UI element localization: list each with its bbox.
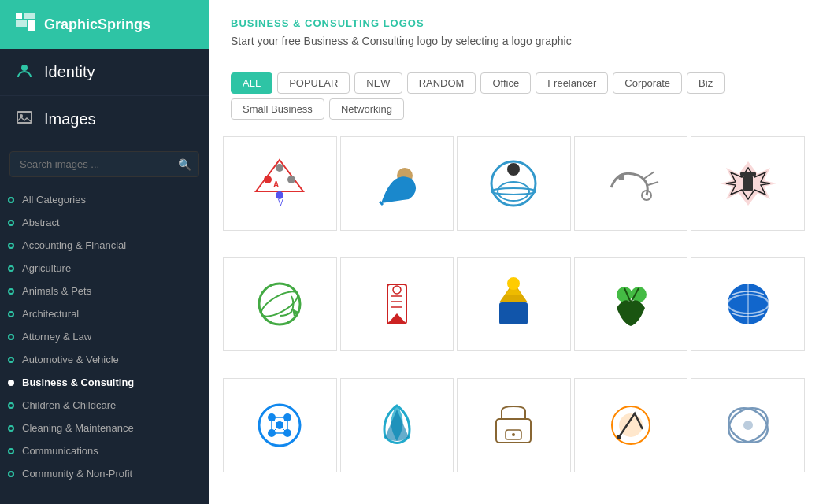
svg-point-60 [743, 421, 753, 430]
svg-rect-3 [28, 20, 35, 32]
svg-text:A: A [273, 180, 279, 189]
svg-point-54 [512, 433, 515, 436]
cat-label: Cleaning & Maintenance [22, 422, 134, 434]
cat-label: Architectural [22, 308, 79, 320]
svg-point-4 [21, 65, 28, 71]
identity-icon [16, 61, 33, 83]
svg-rect-21 [743, 176, 753, 191]
logo-cell-14[interactable] [691, 378, 805, 472]
category-item-architectural[interactable]: Architectural [0, 302, 209, 325]
logo-cell-7[interactable] [457, 257, 571, 351]
svg-point-27 [393, 286, 401, 294]
filter-btn-networking[interactable]: Networking [329, 98, 404, 120]
cat-dot [8, 471, 14, 477]
sidebar-identity-label: Identity [44, 63, 94, 81]
filter-btn-small-business[interactable]: Small Business [231, 98, 324, 120]
category-item-animals-pets[interactable]: Animals & Pets [0, 280, 209, 302]
logo-grid: A V [209, 128, 819, 504]
cat-label: Children & Childcare [22, 399, 116, 411]
logo-cell-2[interactable] [457, 136, 571, 231]
svg-point-9 [287, 176, 295, 183]
logo-cell-5[interactable] [223, 257, 337, 351]
category-item-attorney-law[interactable]: Attorney & Law [0, 325, 209, 348]
filter-btn-all[interactable]: ALL [231, 72, 272, 94]
category-item-automotive-vehicle[interactable]: Automotive & Vehicle [0, 348, 209, 371]
sidebar-item-identity[interactable]: Identity [0, 49, 209, 96]
main-header: BUSINESS & CONSULTING LOGOS Start your f… [209, 0, 819, 61]
logo-cell-11[interactable] [340, 378, 454, 472]
svg-rect-32 [499, 302, 528, 324]
cat-label: Attorney & Law [22, 331, 91, 343]
logo-cell-4[interactable] [691, 136, 805, 231]
cat-dot [8, 402, 14, 409]
logo-cell-13[interactable] [574, 378, 688, 472]
svg-point-16 [507, 163, 520, 176]
category-item-community-non-profit[interactable]: Community & Non-Profit [0, 462, 209, 485]
logo-cell-9[interactable] [691, 257, 805, 351]
cat-dot [8, 265, 14, 272]
logo-cell-10[interactable] [223, 378, 337, 472]
category-item-children-childcare[interactable]: Children & Childcare [0, 394, 209, 417]
sidebar-images-label: Images [44, 110, 96, 128]
categories-list: All CategoriesAbstractAccounting & Finan… [0, 185, 209, 504]
main-subtitle: Start your free Business & Consulting lo… [231, 34, 797, 50]
logo-icon [14, 11, 36, 38]
category-item-business-consulting[interactable]: Business & Consulting [0, 371, 209, 394]
cat-label: Agriculture [22, 262, 71, 274]
logo-cell-0[interactable]: A V [223, 136, 337, 231]
cat-dot [8, 197, 14, 203]
cat-label: Business & Consulting [22, 376, 134, 388]
cat-dot [8, 311, 14, 317]
svg-point-57 [617, 435, 621, 439]
category-item-cleaning-maintenance[interactable]: Cleaning & Maintenance [0, 417, 209, 439]
cat-label: Accounting & Financial [22, 239, 126, 251]
svg-marker-31 [387, 313, 406, 324]
filter-btn-popular[interactable]: POPULAR [277, 72, 350, 94]
filter-btn-office[interactable]: Office [480, 72, 531, 94]
cat-dot [8, 357, 14, 363]
filter-btn-random[interactable]: RANDOM [407, 72, 476, 94]
cat-dot [8, 243, 14, 249]
cat-dot [8, 220, 14, 226]
logo-cell-12[interactable] [457, 378, 571, 472]
logo-text: GraphicSprings [44, 17, 150, 33]
filter-btn-corporate[interactable]: Corporate [613, 72, 682, 94]
filter-bar: ALLPOPULARNEWRANDOMOfficeFreelancerCorpo… [209, 61, 819, 128]
category-item-all-categories[interactable]: All Categories [0, 188, 209, 211]
filter-btn-biz[interactable]: Biz [687, 72, 724, 94]
category-item-abstract[interactable]: Abstract [0, 211, 209, 234]
sidebar-nav: Identity Images [0, 49, 209, 143]
search-icon: 🔍 [178, 158, 191, 171]
svg-rect-0 [16, 13, 22, 19]
category-item-communications[interactable]: Communications [0, 439, 209, 462]
logo-cell-3[interactable] [574, 136, 688, 231]
main-content: BUSINESS & CONSULTING LOGOS Start your f… [209, 0, 819, 504]
filter-btn-new[interactable]: NEW [354, 72, 402, 94]
filter-btn-freelancer[interactable]: Freelancer [536, 72, 608, 94]
cat-dot [8, 425, 14, 432]
category-item-agriculture[interactable]: Agriculture [0, 257, 209, 280]
images-icon [16, 109, 33, 130]
cat-label: Community & Non-Profit [22, 468, 132, 480]
sidebar: GraphicSprings Identity Images [0, 0, 209, 504]
search-area: 🔍 [9, 151, 199, 177]
main-title: BUSINESS & CONSULTING LOGOS [231, 17, 797, 29]
svg-point-17 [498, 182, 529, 201]
svg-point-8 [264, 176, 272, 183]
logo-cell-8[interactable] [574, 257, 688, 351]
cat-label: Communications [22, 445, 98, 457]
cat-dot [8, 380, 14, 386]
search-input[interactable] [9, 151, 199, 177]
logo-cell-1[interactable] [340, 136, 454, 231]
sidebar-item-images[interactable]: Images [0, 96, 209, 143]
logo-cell-6[interactable] [340, 257, 454, 351]
category-item-accounting-financial[interactable]: Accounting & Financial [0, 234, 209, 257]
svg-rect-22 [740, 172, 756, 176]
cat-label: Automotive & Vehicle [22, 354, 119, 365]
logo-area[interactable]: GraphicSprings [0, 0, 209, 49]
svg-rect-2 [16, 20, 27, 27]
svg-text:V: V [278, 198, 284, 207]
cat-label: Animals & Pets [22, 285, 91, 297]
cat-label: Abstract [22, 217, 60, 228]
cat-label: All Categories [22, 194, 86, 206]
